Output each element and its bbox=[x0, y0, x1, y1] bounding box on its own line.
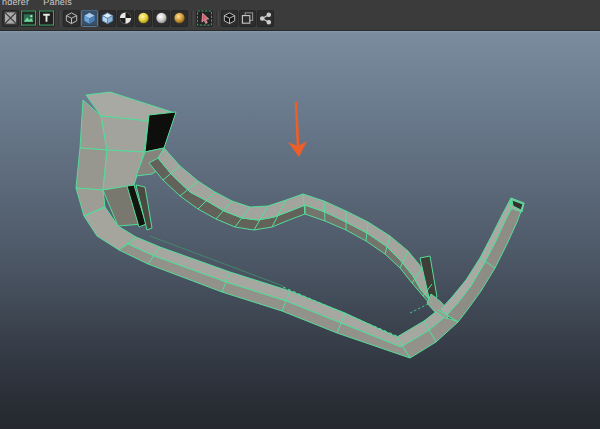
gold-light-icon[interactable] bbox=[171, 10, 188, 27]
xray-cube-icon[interactable] bbox=[221, 10, 238, 27]
mesh-face-socket-front-right bbox=[101, 116, 148, 152]
overlap-squares-icon[interactable] bbox=[239, 10, 256, 27]
isolate-select-icon[interactable] bbox=[196, 10, 213, 27]
mesh-face-right-arm-right-face bbox=[447, 203, 524, 322]
menu-bar: nderer Panels bbox=[0, 0, 600, 7]
menu-item-renderer[interactable]: nderer bbox=[2, 0, 29, 7]
texture-t-icon[interactable] bbox=[38, 10, 55, 27]
annotation-arrow bbox=[288, 103, 307, 157]
toolbar-separator bbox=[191, 11, 194, 26]
mesh-model[interactable] bbox=[76, 92, 524, 358]
shaded-cube-icon[interactable] bbox=[81, 10, 98, 27]
application-window: nderer Panels bbox=[0, 0, 600, 429]
toolbar-separator bbox=[58, 11, 61, 26]
textured-cube-icon[interactable] bbox=[99, 10, 116, 27]
crossed-box-icon[interactable] bbox=[2, 10, 19, 27]
gray-light-icon[interactable] bbox=[153, 10, 170, 27]
viewport-toolbar bbox=[0, 7, 600, 29]
viewport-3d[interactable] bbox=[0, 30, 600, 429]
image-plane-icon[interactable] bbox=[20, 10, 37, 27]
panel-top-bar: nderer Panels bbox=[0, 0, 600, 31]
yellow-light-icon[interactable] bbox=[135, 10, 152, 27]
share-network-icon[interactable] bbox=[257, 10, 274, 27]
viewport-canvas bbox=[0, 0, 600, 429]
mesh-face-socket-lower-left bbox=[76, 148, 107, 190]
mesh-face-socket-side-dark bbox=[145, 112, 176, 152]
toolbar-separator bbox=[216, 11, 219, 26]
wireframe-cube-icon[interactable] bbox=[63, 10, 80, 27]
arrow-shaft bbox=[296, 103, 298, 145]
menu-item-panels[interactable]: Panels bbox=[43, 0, 72, 7]
checker-sphere-icon[interactable] bbox=[117, 10, 134, 27]
mesh-face-arm-side-right bbox=[305, 205, 431, 305]
